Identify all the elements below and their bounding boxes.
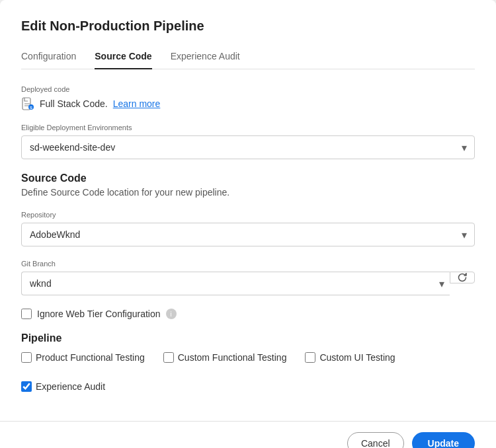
svg-text:S: S: [30, 106, 32, 110]
tab-configuration[interactable]: Configuration: [21, 44, 76, 69]
file-icon: S: [21, 97, 34, 110]
modal-footer: Cancel Update: [0, 421, 496, 448]
deployed-code-label: Deployed code: [21, 85, 475, 93]
pipeline-section: Pipeline Product Functional Testing Cust…: [21, 332, 475, 392]
repository-select[interactable]: AdobeWknd: [21, 223, 475, 246]
eligible-environments-wrapper: sd-weekend-site-dev ▾: [21, 135, 475, 159]
update-button[interactable]: Update: [412, 432, 475, 448]
modal-title: Edit Non-Production Pipeline: [21, 19, 475, 34]
custom-functional-label: Custom Functional Testing: [178, 352, 287, 363]
pipeline-checkbox-product-functional: Product Functional Testing: [21, 352, 145, 363]
modal-header: Edit Non-Production Pipeline Configurati…: [0, 0, 496, 69]
learn-more-link[interactable]: Learn more: [113, 98, 161, 109]
pipeline-heading: Pipeline: [21, 332, 475, 344]
modal: Edit Non-Production Pipeline Configurati…: [0, 0, 496, 448]
eligible-environments-group: Eligible Deployment Environments sd-week…: [21, 124, 475, 159]
deployed-code-section: Deployed code S Full Stack Code. Learn m…: [21, 85, 475, 110]
pipeline-checkbox-custom-ui: Custom UI Testing: [305, 352, 395, 363]
ignore-web-tier-label: Ignore Web Tier Configuration: [37, 309, 161, 319]
ignore-web-tier-row: Ignore Web Tier Configuration i: [21, 309, 475, 319]
tabs: Configuration Source Code Experience Aud…: [21, 44, 475, 69]
modal-body: Deployed code S Full Stack Code. Learn m…: [0, 69, 496, 421]
source-code-heading: Source Code: [21, 172, 475, 184]
experience-audit-label: Experience Audit: [36, 381, 105, 392]
cancel-button[interactable]: Cancel: [347, 432, 404, 448]
deployed-code-row: S Full Stack Code. Learn more: [21, 97, 475, 110]
custom-functional-checkbox[interactable]: [163, 352, 174, 363]
git-branch-label: Git Branch: [21, 260, 475, 268]
pipeline-checkboxes: Product Functional Testing Custom Functi…: [21, 352, 475, 392]
git-branch-select-wrapper: wknd ▾: [21, 272, 450, 295]
product-functional-checkbox[interactable]: [21, 352, 32, 363]
repository-group: Repository AdobeWknd ▾: [21, 211, 475, 246]
custom-ui-label: Custom UI Testing: [319, 352, 395, 363]
product-functional-label: Product Functional Testing: [36, 352, 145, 363]
info-icon[interactable]: i: [166, 309, 177, 319]
git-branch-group: Git Branch wknd ▾: [21, 260, 475, 295]
refresh-button[interactable]: [450, 272, 475, 283]
pipeline-checkbox-custom-functional: Custom Functional Testing: [163, 352, 287, 363]
repository-wrapper: AdobeWknd ▾: [21, 223, 475, 246]
source-code-section: Source Code Define Source Code location …: [21, 172, 475, 198]
ignore-web-tier-checkbox[interactable]: [21, 309, 32, 319]
tab-source-code[interactable]: Source Code: [95, 44, 151, 69]
eligible-environments-label: Eligible Deployment Environments: [21, 124, 475, 131]
deployed-code-value: Full Stack Code.: [40, 98, 108, 109]
git-branch-row: wknd ▾: [21, 272, 475, 295]
custom-ui-checkbox[interactable]: [305, 352, 315, 363]
eligible-environments-select[interactable]: sd-weekend-site-dev: [21, 135, 475, 159]
git-branch-select[interactable]: wknd: [21, 272, 450, 295]
repository-label: Repository: [21, 211, 475, 219]
pipeline-checkbox-experience-audit: Experience Audit: [21, 381, 105, 392]
tab-experience-audit[interactable]: Experience Audit: [171, 44, 240, 69]
experience-audit-checkbox[interactable]: [21, 381, 32, 392]
source-code-description: Define Source Code location for your new…: [21, 187, 475, 198]
